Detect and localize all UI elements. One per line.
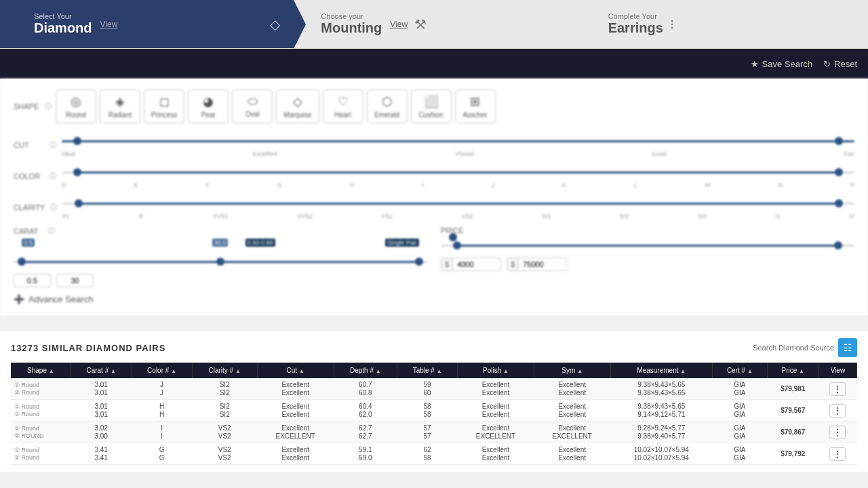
- advance-search[interactable]: ➕ Advance Search: [14, 294, 854, 304]
- shape-cushion[interactable]: ⬜ Cushion: [411, 89, 452, 123]
- heart-icon: ♡: [338, 94, 349, 109]
- cut-thumb-right[interactable]: [835, 137, 843, 145]
- view-btn-2[interactable]: ⋮: [829, 404, 846, 418]
- price-thumb-start[interactable]: [453, 241, 461, 249]
- cut-thumb-left[interactable]: [73, 137, 81, 145]
- shape-emerald[interactable]: ⬡ Emerald: [367, 89, 408, 123]
- clarity-row: CLARITY ⓘ FL IF VVS1 VVS2 VS1 VS2 SI1 SI…: [14, 195, 854, 220]
- carat-min-input[interactable]: [14, 274, 51, 287]
- step-mounting-view[interactable]: View: [390, 20, 408, 29]
- advance-search-label: Advance Search: [28, 294, 93, 304]
- clarity-track: [62, 203, 854, 205]
- clarity-thumb-left[interactable]: [75, 199, 83, 207]
- view-btn-1[interactable]: ⋮: [829, 382, 846, 396]
- step-mounting-subtitle: Choose your: [321, 12, 382, 20]
- cut-slider-container: Ideal Excellent VGood Good Fair: [62, 133, 854, 157]
- princess-icon: ◻: [159, 94, 170, 109]
- carat-thumb-right[interactable]: [415, 258, 423, 266]
- carat-thumb-mid[interactable]: [216, 258, 224, 266]
- clarity-fill: [79, 203, 839, 205]
- carat-inputs: [14, 274, 427, 287]
- cushion-icon: ⬜: [424, 94, 439, 109]
- asscher-icon: ⊞: [470, 94, 480, 109]
- spacer: [0, 315, 868, 325]
- source-btn[interactable]: ☷: [838, 338, 857, 357]
- clarity-thumb-right[interactable]: [835, 199, 843, 207]
- shape-heart[interactable]: ♡ Heart: [323, 89, 363, 123]
- col-color: Color # ▲: [132, 363, 192, 378]
- shape-round[interactable]: ◎ Round: [56, 89, 96, 123]
- col-sym: Sym ▲: [534, 363, 610, 378]
- cut-track: [62, 140, 854, 142]
- carat-info-icon: ⓘ: [48, 226, 55, 236]
- shape-pear[interactable]: ◕ Pear: [188, 89, 229, 123]
- col-view: View: [818, 363, 856, 378]
- color-ticks: DE FG HI JK LM NP: [62, 182, 854, 188]
- emerald-icon: ⬡: [382, 94, 393, 109]
- table-row: ① Round ② Round 3.013.01 HH SI2SI2 Excel…: [11, 400, 857, 422]
- carat-slider: [14, 253, 427, 270]
- shape-asscher[interactable]: ⊞ Asscher: [455, 89, 496, 123]
- price-min-input[interactable]: [453, 258, 500, 270]
- view-btn-3[interactable]: ⋮: [829, 426, 846, 439]
- shape-label: SHAPE: [14, 102, 41, 110]
- step-earrings-subtitle: Complete Your: [608, 12, 663, 20]
- cut-label: CUT: [14, 141, 44, 149]
- carat-tooltip-pair: Single Pair: [385, 239, 419, 247]
- col-depth: Depth # ▲: [334, 363, 397, 378]
- round-icon: ◎: [71, 94, 81, 109]
- cell-shape: ① Round ② Round: [11, 443, 71, 465]
- carat-tooltip-mid: 30.0: [212, 239, 229, 247]
- radiant-icon: ◈: [115, 94, 125, 109]
- cell-shape: ① Round ② Round: [11, 378, 71, 400]
- price-max-input[interactable]: [519, 258, 566, 270]
- price-slider: [441, 237, 854, 253]
- step-diamond-view[interactable]: View: [100, 20, 118, 29]
- color-slider-container: DE FG HI JK LM NP: [62, 164, 854, 188]
- table-row: ① Round ② Round 3.413.41 GG VS2VS2 Excel…: [11, 443, 857, 465]
- col-meas: Measurement ▲: [610, 363, 712, 378]
- shape-oval[interactable]: ⬭ Oval: [232, 89, 273, 123]
- shape-marquise[interactable]: ◇ Marquise: [276, 89, 319, 123]
- save-search-button[interactable]: ★ Save Search: [751, 59, 812, 69]
- price-thumb-end[interactable]: [834, 241, 842, 249]
- price-thumb-left[interactable]: [449, 233, 457, 241]
- shape-info-icon: ⓘ: [45, 102, 52, 111]
- step-mounting[interactable]: Choose your Mounting View ⚒: [294, 0, 580, 48]
- col-table: Table # ▲: [397, 363, 458, 378]
- carat-label: CARAT: [14, 227, 44, 235]
- toolbar: ★ Save Search ↻ Reset: [0, 49, 868, 79]
- color-thumb-left[interactable]: [73, 168, 81, 176]
- search-source: Search Diamond Source ☷: [753, 338, 857, 357]
- price-max-group: $: [507, 258, 567, 271]
- color-thumb-right[interactable]: [835, 168, 843, 176]
- color-track: [62, 171, 854, 174]
- cut-ticks: Ideal Excellent VGood Good Fair: [62, 150, 854, 157]
- carat-price-section: CARAT ⓘ 0.5 30.0 0.50-0.89 Single Pair: [14, 226, 854, 287]
- table-row: ① Round ② Round 3.013.01 JJ SI2SI2 Excel…: [11, 378, 857, 400]
- step-mounting-title: Mounting: [321, 20, 382, 36]
- shape-row: SHAPE ⓘ ◎ Round ◈ Radiant ◻ Princess ◕ P…: [14, 89, 854, 123]
- cut-row: CUT ⓘ Ideal Excellent VGood Good Fair: [14, 133, 854, 157]
- shape-princess[interactable]: ◻ Princess: [144, 89, 184, 123]
- step-diamond-subtitle: Select Your: [34, 12, 92, 20]
- shape-radiant[interactable]: ◈ Radiant: [100, 89, 140, 123]
- save-icon: ★: [751, 59, 759, 69]
- col-cut: Cut ▲: [257, 363, 334, 378]
- cell-shape: ① Round ② Round: [11, 400, 71, 422]
- price-min-prefix: $: [441, 258, 453, 270]
- carat-thumb-left[interactable]: [18, 258, 26, 266]
- carat-max-input[interactable]: [56, 274, 94, 287]
- filter-panel: SHAPE ⓘ ◎ Round ◈ Radiant ◻ Princess ◕ P…: [0, 79, 868, 315]
- step-earrings[interactable]: Complete Your Earrings ⁝: [581, 0, 868, 48]
- reset-button[interactable]: ↻ Reset: [823, 59, 857, 69]
- color-fill: [77, 171, 838, 174]
- col-clarity: Clarity # ▲: [192, 363, 257, 378]
- step-diamond[interactable]: Select Your Diamond View ◇: [0, 0, 294, 48]
- view-btn-4[interactable]: ⋮: [829, 447, 846, 461]
- clarity-ticks: FL IF VVS1 VVS2 VS1 VS2 SI1 SI2 SI3 I1 I…: [62, 213, 854, 220]
- diamond-table: Shape ▲ Carat # ▲ Color # ▲ Clarity # ▲ …: [11, 363, 857, 465]
- price-inputs: $ $: [441, 258, 854, 271]
- carat-section: CARAT ⓘ 0.5 30.0 0.50-0.89 Single Pair: [14, 226, 427, 287]
- shape-buttons: ◎ Round ◈ Radiant ◻ Princess ◕ Pear ⬭ Ov…: [56, 89, 496, 123]
